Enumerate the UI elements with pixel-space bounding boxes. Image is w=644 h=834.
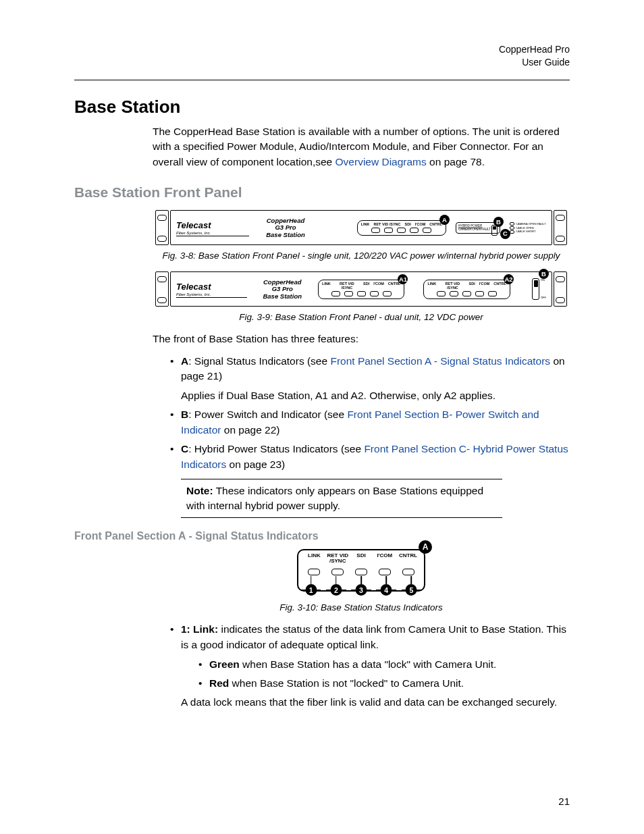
figure-3-9-caption: Fig. 3-9: Base Station Front Panel - dua… — [153, 312, 570, 322]
rack-ear-left — [155, 210, 169, 245]
hybrid-power-block: B HYBRID POWER CAMERA OPEN FAULT — [456, 222, 500, 234]
page-header: CopperHead Pro User Guide — [499, 43, 570, 69]
features-list: A: Signal Status Indicators (see Front P… — [170, 354, 570, 472]
feature-c: C: Hybrid Power Status Indicators (see F… — [170, 442, 570, 472]
page-title: Base Station — [74, 97, 570, 118]
intro-paragraph: The CopperHead Base Station is available… — [153, 124, 570, 170]
callout-b2: B — [539, 269, 549, 279]
figure-3-10: A LINK RET VID /SYNC SDI I'COM CNTRL — [153, 549, 570, 613]
rack-ear-right — [554, 210, 567, 245]
header-sub: User Guide — [499, 56, 570, 69]
hybrid-status-block: C CAMERA OPEN FAULT CABLE OPEN CABLE SHO… — [510, 222, 546, 234]
status-cluster-a2: A2 LINKRET VID /SYNCSDII'COMCNTRL — [423, 280, 510, 299]
model-label: CopperHead G3 Pro Base Station — [259, 217, 313, 238]
status-cluster-a1: A1 LINKRET VID /SYNCSDII'COMCNTRL — [318, 280, 405, 299]
page-number: 21 — [558, 796, 570, 807]
link-closing: A data lock means that the fiber link is… — [181, 695, 570, 710]
brand-logo: Telecast Fiber Systems, Inc. — [176, 219, 249, 236]
feature-a-applies: Applies if Dual Base Station, A1 and A2.… — [181, 388, 570, 403]
link-indicator-item: 1: Link: indicates the status of the dat… — [170, 622, 570, 710]
power-toggle-dual — [532, 278, 539, 300]
callout-c: C — [500, 229, 510, 239]
front-panel-heading: Base Station Front Panel — [74, 184, 570, 201]
section-a-heading: Front Panel Section A - Signal Status In… — [74, 530, 570, 542]
callout-a1: A1 — [398, 274, 408, 284]
link-red: Red when Base Station is not "locked" to… — [198, 675, 570, 691]
status-cluster-a: A LINKRET VID /SYNCSDII'COMCNTRL — [357, 220, 446, 236]
power-toggle — [491, 225, 498, 236]
overview-diagrams-link[interactable]: Overview Diagrams — [336, 156, 427, 167]
callout-a: A — [439, 215, 450, 225]
section-a-link[interactable]: Front Panel Section A - Signal Status In… — [330, 355, 550, 367]
figure-3-10-caption: Fig. 3-10: Base Station Status Indicator… — [153, 602, 570, 613]
link-green: Green when Base Station has a data "lock… — [198, 656, 570, 672]
callout-a2: A2 — [504, 274, 514, 284]
header-product: CopperHead Pro — [499, 43, 570, 56]
header-rule — [74, 80, 570, 80]
feature-a: A: Signal Status Indicators (see Front P… — [170, 354, 570, 403]
features-intro: The front of Base Station has three feat… — [153, 332, 570, 346]
note-box: Note: These indicators only appears on B… — [181, 479, 502, 517]
figure-3-8: Telecast Fiber Systems, Inc. CopperHead … — [153, 209, 570, 322]
figure-3-8-caption: Fig. 3-8: Base Station Front Panel - sin… — [153, 251, 570, 261]
feature-b: B: Power Switch and Indicator (see Front… — [170, 407, 570, 438]
